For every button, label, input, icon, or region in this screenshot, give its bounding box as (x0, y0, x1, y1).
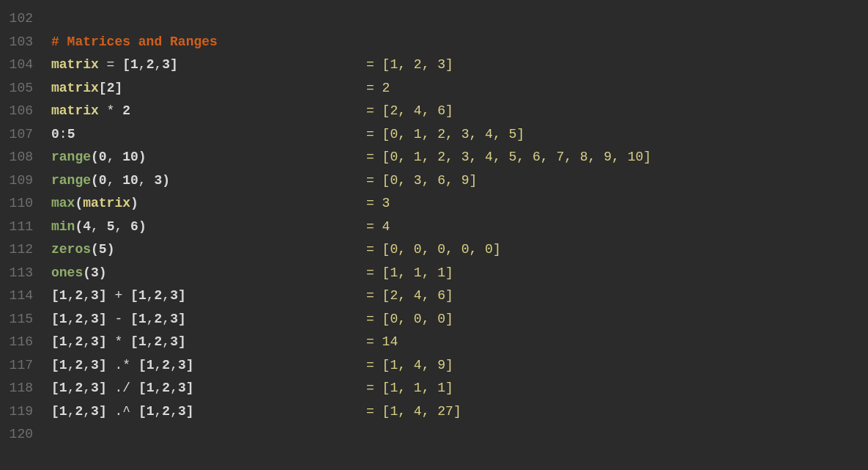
expression[interactable]: # Matrices and Ranges (51, 31, 366, 54)
expression[interactable]: matrix * 2 (51, 100, 366, 123)
token: 4 (485, 150, 493, 164)
token: [ (51, 312, 59, 326)
expression[interactable]: [1,2,3] - [1,2,3] (51, 308, 366, 331)
token: ] (470, 173, 478, 188)
expression[interactable]: ones(3) (51, 262, 366, 285)
token: 0 (390, 173, 398, 188)
token: 3 (91, 288, 99, 303)
token: 9 (604, 150, 612, 164)
expression[interactable]: [1,2,3] + [1,2,3] (51, 284, 366, 308)
token: = (366, 150, 382, 164)
token: , (422, 127, 438, 142)
token: , (398, 381, 414, 395)
code-line[interactable]: 118[1,2,3] ./ [1,2,3]= [1, 1, 1] (0, 377, 868, 400)
expression[interactable]: [1,2,3] .^ [1,2,3] (51, 400, 366, 424)
token: 5 (509, 127, 517, 142)
token: , (398, 57, 414, 72)
line-number: 111 (0, 216, 51, 239)
line-content[interactable]: # Matrices and Ranges (51, 31, 868, 54)
token: [ (51, 288, 59, 303)
token: 0 (414, 312, 422, 326)
token: [ (138, 358, 146, 372)
code-line[interactable]: 110max(matrix)= 3 (0, 192, 868, 216)
token: ] (445, 381, 453, 395)
token: ] (445, 312, 453, 326)
code-line[interactable]: 120 (0, 423, 868, 447)
code-line[interactable]: 104matrix = [1,2,3]= [1, 2, 3] (0, 54, 868, 77)
token: 3 (461, 150, 470, 164)
line-content[interactable]: zeros(5)= [0, 0, 0, 0, 0] (51, 238, 868, 262)
token: 1 (414, 265, 422, 280)
line-content[interactable]: [1,2,3] .^ [1,2,3]= [1, 4, 27] (51, 400, 868, 424)
expression[interactable]: min(4, 5, 6) (51, 216, 366, 239)
expression[interactable]: zeros(5) (51, 238, 366, 262)
token: , (83, 358, 91, 372)
line-content[interactable]: [1,2,3] ./ [1,2,3]= [1, 1, 1] (51, 377, 868, 400)
code-line[interactable]: 105matrix[2]= 2 (0, 77, 868, 100)
expression[interactable]: max(matrix) (51, 192, 366, 216)
code-line[interactable]: 102 (0, 7, 868, 31)
token: = (366, 265, 382, 280)
expression[interactable]: [1,2,3] * [1,2,3] (51, 331, 366, 354)
token: 1 (414, 127, 422, 142)
code-line[interactable]: 1070:5= [0, 1, 2, 3, 4, 5] (0, 123, 868, 147)
token: 1 (146, 358, 155, 372)
result: = 2 (366, 77, 868, 100)
expression[interactable]: [1,2,3] .* [1,2,3] (51, 354, 366, 378)
code-line[interactable]: 119[1,2,3] .^ [1,2,3]= [1, 4, 27] (0, 400, 868, 424)
line-content[interactable]: [1,2,3] .* [1,2,3]= [1, 4, 9] (51, 354, 868, 378)
expression[interactable]: range(0, 10) (51, 146, 366, 169)
line-content[interactable]: [1,2,3] - [1,2,3]= [0, 0, 0] (51, 308, 868, 331)
code-line[interactable]: 109range(0, 10, 3)= [0, 3, 6, 9] (0, 169, 868, 193)
result: = [0, 0, 0] (366, 308, 868, 331)
token: 1 (414, 150, 422, 164)
code-editor[interactable]: 102103# Matrices and Ranges104matrix = [… (0, 7, 868, 447)
token: ] (186, 381, 194, 395)
line-content[interactable]: matrix * 2= [2, 4, 6] (51, 100, 868, 123)
line-content[interactable]: min(4, 5, 6)= 4 (51, 216, 868, 239)
token: 3 (91, 381, 99, 395)
expression[interactable]: matrix[2] (51, 77, 366, 100)
token: [ (51, 358, 59, 372)
line-content[interactable]: [1,2,3] + [1,2,3]= [2, 4, 6] (51, 284, 868, 308)
line-content[interactable]: max(matrix)= 3 (51, 192, 868, 216)
token: 1 (59, 358, 67, 372)
code-line[interactable]: 112zeros(5)= [0, 0, 0, 0, 0] (0, 238, 868, 262)
code-line[interactable]: 117[1,2,3] .* [1,2,3]= [1, 4, 9] (0, 354, 868, 378)
token: ] (445, 288, 453, 303)
token: , (146, 312, 155, 326)
result: = [0, 1, 2, 3, 4, 5, 6, 7, 8, 9, 10] (366, 146, 868, 169)
token: 1 (146, 404, 155, 419)
token: [ (382, 150, 390, 164)
expression[interactable]: matrix = [1,2,3] (51, 54, 366, 77)
expression[interactable]: [1,2,3] ./ [1,2,3] (51, 377, 366, 400)
line-number: 103 (0, 31, 51, 54)
code-line[interactable]: 113ones(3)= [1, 1, 1] (0, 262, 868, 285)
code-line[interactable]: 114[1,2,3] + [1,2,3]= [2, 4, 6] (0, 284, 868, 308)
token: , (398, 173, 414, 188)
line-content[interactable]: [1,2,3] * [1,2,3]= 14 (51, 331, 868, 354)
code-line[interactable]: 115[1,2,3] - [1,2,3]= [0, 0, 0] (0, 308, 868, 331)
token: ( (91, 173, 99, 188)
token: 3 (162, 57, 170, 72)
code-line[interactable]: 116[1,2,3] * [1,2,3]= 14 (0, 331, 868, 354)
line-content[interactable]: ones(3)= [1, 1, 1] (51, 262, 868, 285)
token: , (422, 57, 438, 72)
line-content[interactable]: matrix[2]= 2 (51, 77, 868, 100)
line-content[interactable]: range(0, 10, 3)= [0, 3, 6, 9] (51, 169, 868, 193)
token: , (422, 381, 438, 395)
token: 2 (75, 404, 83, 419)
code-line[interactable]: 108range(0, 10)= [0, 1, 2, 3, 4, 5, 6, 7… (0, 146, 868, 169)
expression[interactable]: range(0, 10, 3) (51, 169, 366, 193)
code-line[interactable]: 111min(4, 5, 6)= 4 (0, 216, 868, 239)
expression[interactable]: 0:5 (51, 123, 366, 147)
token: [ (130, 334, 138, 349)
code-line[interactable]: 106matrix * 2= [2, 4, 6] (0, 100, 868, 123)
line-content[interactable]: matrix = [1,2,3]= [1, 2, 3] (51, 54, 868, 77)
token: 1 (59, 381, 67, 395)
code-line[interactable]: 103# Matrices and Ranges (0, 31, 868, 54)
token: , (155, 381, 163, 395)
line-content[interactable]: range(0, 10)= [0, 1, 2, 3, 4, 5, 6, 7, 8… (51, 146, 868, 169)
line-content[interactable]: 0:5= [0, 1, 2, 3, 4, 5] (51, 123, 868, 147)
token: , (67, 312, 75, 326)
